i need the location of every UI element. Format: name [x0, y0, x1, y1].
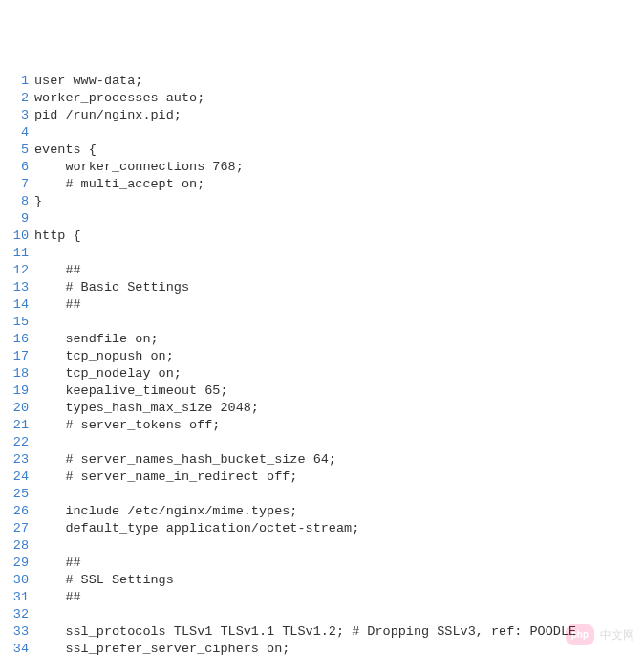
line-number: 19: [0, 382, 34, 400]
line-number: 13: [0, 279, 34, 296]
code-line: 13 # Basic Settings: [0, 279, 644, 296]
line-content: events {: [34, 142, 644, 159]
code-line: 2worker_processes auto;: [0, 90, 644, 107]
code-line: 21 # server_tokens off;: [0, 417, 644, 434]
code-line: 27 default_type application/octet-stream…: [0, 520, 644, 537]
line-content: types_hash_max_size 2048;: [34, 400, 644, 417]
line-number: 33: [0, 623, 34, 641]
watermark-text: 中文网: [600, 626, 634, 644]
line-number: 3: [0, 107, 34, 124]
line-number: 25: [0, 486, 34, 503]
code-line: 10http {: [0, 228, 644, 245]
line-content: }: [34, 193, 644, 210]
line-number: 23: [0, 451, 34, 469]
line-number: 14: [0, 296, 34, 314]
code-line: 3pid /run/nginx.pid;: [0, 107, 644, 124]
line-content: # SSL Settings: [34, 572, 644, 589]
code-line: 26 include /etc/nginx/mime.types;: [0, 503, 644, 520]
watermark: php 中文网: [566, 624, 634, 645]
code-line: 33 ssl_protocols TLSv1 TLSv1.1 TLSv1.2; …: [0, 623, 644, 641]
code-line: 20 types_hash_max_size 2048;: [0, 400, 644, 417]
code-line: 8}: [0, 193, 644, 210]
line-content: [34, 210, 644, 228]
line-content: pid /run/nginx.pid;: [34, 107, 644, 124]
line-content: ssl_prefer_server_ciphers on;: [34, 641, 644, 655]
line-number: 6: [0, 159, 34, 176]
watermark-badge: php: [566, 624, 594, 645]
code-line: 19 keepalive_timeout 65;: [0, 382, 644, 400]
line-content: # Basic Settings: [34, 279, 644, 296]
line-content: worker_connections 768;: [34, 159, 644, 176]
line-content: ##: [34, 262, 644, 279]
line-content: worker_processes auto;: [34, 90, 644, 107]
line-content: default_type application/octet-stream;: [34, 520, 644, 537]
line-content: [34, 124, 644, 142]
code-line: 32: [0, 606, 644, 623]
code-line: 22: [0, 434, 644, 451]
line-number: 18: [0, 365, 34, 382]
code-line: 23 # server_names_hash_bucket_size 64;: [0, 451, 644, 469]
line-number: 31: [0, 589, 34, 606]
line-content: ##: [34, 296, 644, 314]
line-content: keepalive_timeout 65;: [34, 382, 644, 400]
line-number: 32: [0, 606, 34, 623]
code-line: 12 ##: [0, 262, 644, 279]
line-content: [34, 245, 644, 262]
line-content: sendfile on;: [34, 331, 644, 348]
line-content: # server_tokens off;: [34, 417, 644, 434]
line-number: 28: [0, 537, 34, 555]
line-content: [34, 314, 644, 331]
line-content: # server_name_in_redirect off;: [34, 469, 644, 486]
code-line: 9: [0, 210, 644, 228]
line-content: [34, 537, 644, 555]
code-line: 28: [0, 537, 644, 555]
line-content: # server_names_hash_bucket_size 64;: [34, 451, 644, 469]
line-number: 20: [0, 400, 34, 417]
line-number: 11: [0, 245, 34, 262]
line-number: 30: [0, 572, 34, 589]
line-number: 8: [0, 193, 34, 210]
line-content: http {: [34, 228, 644, 245]
line-number: 26: [0, 503, 34, 520]
line-content: # multi_accept on;: [34, 176, 644, 193]
line-content: user www-data;: [34, 73, 644, 90]
line-number: 12: [0, 262, 34, 279]
line-number: 4: [0, 124, 34, 142]
line-content: include /etc/nginx/mime.types;: [34, 503, 644, 520]
code-line: 6 worker_connections 768;: [0, 159, 644, 176]
line-number: 29: [0, 555, 34, 572]
code-line: 24 # server_name_in_redirect off;: [0, 469, 644, 486]
line-content: tcp_nodelay on;: [34, 365, 644, 382]
line-number: 15: [0, 314, 34, 331]
code-line: 18 tcp_nodelay on;: [0, 365, 644, 382]
line-content: [34, 606, 644, 623]
code-line: 30 # SSL Settings: [0, 572, 644, 589]
code-line: 5events {: [0, 142, 644, 159]
line-number: 27: [0, 520, 34, 537]
line-number: 10: [0, 228, 34, 245]
code-line: 11: [0, 245, 644, 262]
code-line: 7 # multi_accept on;: [0, 176, 644, 193]
code-editor: 1user www-data;2worker_processes auto;3p…: [0, 73, 644, 655]
line-number: 2: [0, 90, 34, 107]
code-line: 16 sendfile on;: [0, 331, 644, 348]
line-number: 22: [0, 434, 34, 451]
code-line: 4: [0, 124, 644, 142]
code-line: 15: [0, 314, 644, 331]
code-line: 34 ssl_prefer_server_ciphers on;: [0, 641, 644, 655]
line-content: ssl_protocols TLSv1 TLSv1.1 TLSv1.2; # D…: [34, 623, 644, 641]
code-line: 31 ##: [0, 589, 644, 606]
code-line: 1user www-data;: [0, 73, 644, 90]
line-content: ##: [34, 589, 644, 606]
code-line: 17 tcp_nopush on;: [0, 348, 644, 365]
line-number: 5: [0, 142, 34, 159]
code-line: 29 ##: [0, 555, 644, 572]
line-number: 9: [0, 210, 34, 228]
line-number: 34: [0, 641, 34, 655]
code-line: 25: [0, 486, 644, 503]
line-content: ##: [34, 555, 644, 572]
line-number: 16: [0, 331, 34, 348]
code-line: 14 ##: [0, 296, 644, 314]
line-content: [34, 434, 644, 451]
line-content: [34, 486, 644, 503]
